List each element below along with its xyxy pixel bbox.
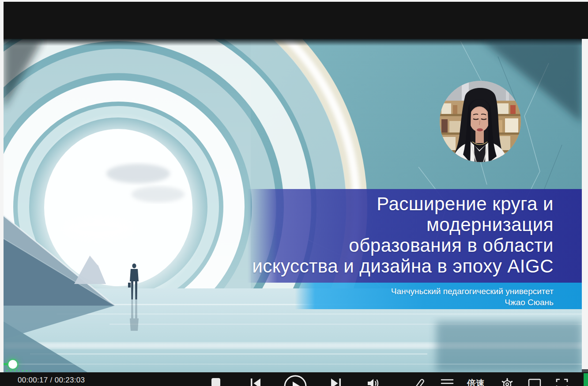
progress-track-end [582,369,588,372]
player-top-bar [4,2,588,39]
progress-bar-track[interactable] [4,363,582,365]
time-display: 00:00:17 / 00:23:03 [18,376,85,385]
title-line-1: Расширение круга и [109,193,554,214]
settings-gear-icon[interactable] [501,378,514,386]
speed-label[interactable]: 倍速 [467,378,485,386]
volume-icon[interactable] [366,378,380,386]
stop-icon[interactable] [211,378,221,386]
title-line-2: модернизация [109,214,554,235]
slide-title: Расширение круга и модернизация образова… [109,193,582,276]
title-line-4: искусства и дизайна в эпоху AIGC [109,256,554,276]
player-control-bar: 00:00:17 / 00:23:03 [0,372,588,386]
browser-page: Расширение круга и модернизация образова… [0,0,588,386]
progress-marker-dots [6,370,34,371]
play-icon[interactable] [283,375,307,386]
fullscreen-icon[interactable] [555,378,569,386]
skip-forward-icon[interactable] [330,378,342,386]
video-frame[interactable]: Расширение круга и модернизация образова… [4,39,582,372]
skip-back-icon[interactable] [250,378,261,386]
slide-subtitle: Чанчуньский педагогический университет Ч… [224,286,582,308]
title-line-3: образования в области [109,235,554,256]
list-icon[interactable] [441,378,454,386]
pen-icon[interactable] [413,378,426,386]
subtitle-line-2: Чжао Сюань [224,297,554,308]
progress-handle[interactable] [8,360,17,369]
scrollbar-green-bar[interactable] [584,373,588,386]
subtitle-box-icon[interactable] [528,378,541,386]
subtitle-line-1: Чанчуньский педагогический университет [224,286,554,297]
